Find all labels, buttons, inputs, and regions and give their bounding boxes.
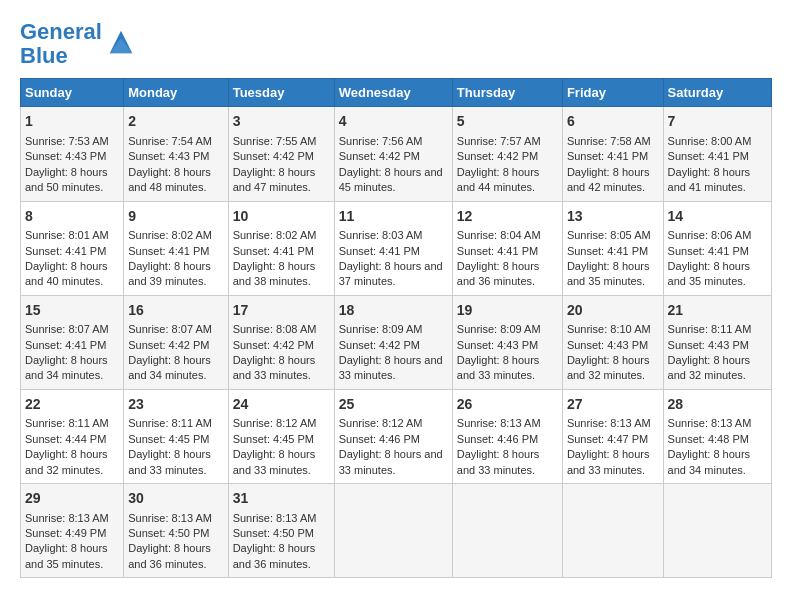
calendar-cell: 22 Sunrise: 8:11 AM Sunset: 4:44 PM Dayl… — [21, 389, 124, 483]
daylight-label: Daylight: 8 hours and 35 minutes. — [567, 260, 650, 287]
day-number: 5 — [457, 112, 558, 132]
day-number: 30 — [128, 489, 223, 509]
sunrise-label: Sunrise: 8:06 AM — [668, 229, 752, 241]
day-number: 12 — [457, 207, 558, 227]
page-header: GeneralBlue — [20, 20, 772, 68]
sunset-label: Sunset: 4:43 PM — [25, 150, 106, 162]
logo-text: GeneralBlue — [20, 20, 102, 68]
sunrise-label: Sunrise: 8:13 AM — [567, 417, 651, 429]
sunrise-label: Sunrise: 8:13 AM — [128, 512, 212, 524]
sunset-label: Sunset: 4:41 PM — [25, 339, 106, 351]
sunset-label: Sunset: 4:50 PM — [128, 527, 209, 539]
sunrise-label: Sunrise: 8:12 AM — [233, 417, 317, 429]
calendar-cell: 31 Sunrise: 8:13 AM Sunset: 4:50 PM Dayl… — [228, 484, 334, 578]
day-number: 20 — [567, 301, 659, 321]
daylight-label: Daylight: 8 hours and 33 minutes. — [233, 354, 316, 381]
calendar-week-row: 22 Sunrise: 8:11 AM Sunset: 4:44 PM Dayl… — [21, 389, 772, 483]
calendar-cell: 27 Sunrise: 8:13 AM Sunset: 4:47 PM Dayl… — [562, 389, 663, 483]
daylight-label: Daylight: 8 hours and 32 minutes. — [567, 354, 650, 381]
calendar-cell: 4 Sunrise: 7:56 AM Sunset: 4:42 PM Dayli… — [334, 107, 452, 201]
sunrise-label: Sunrise: 7:53 AM — [25, 135, 109, 147]
sunset-label: Sunset: 4:42 PM — [457, 150, 538, 162]
sunrise-label: Sunrise: 8:10 AM — [567, 323, 651, 335]
sunset-label: Sunset: 4:43 PM — [567, 339, 648, 351]
calendar-cell: 29 Sunrise: 8:13 AM Sunset: 4:49 PM Dayl… — [21, 484, 124, 578]
sunrise-label: Sunrise: 8:13 AM — [233, 512, 317, 524]
day-number: 6 — [567, 112, 659, 132]
day-number: 1 — [25, 112, 119, 132]
calendar-cell: 30 Sunrise: 8:13 AM Sunset: 4:50 PM Dayl… — [124, 484, 228, 578]
sunset-label: Sunset: 4:41 PM — [567, 150, 648, 162]
daylight-label: Daylight: 8 hours and 33 minutes. — [339, 354, 443, 381]
sunrise-label: Sunrise: 8:01 AM — [25, 229, 109, 241]
daylight-label: Daylight: 8 hours and 42 minutes. — [567, 166, 650, 193]
sunset-label: Sunset: 4:47 PM — [567, 433, 648, 445]
calendar-cell: 21 Sunrise: 8:11 AM Sunset: 4:43 PM Dayl… — [663, 295, 771, 389]
calendar-cell: 7 Sunrise: 8:00 AM Sunset: 4:41 PM Dayli… — [663, 107, 771, 201]
sunrise-label: Sunrise: 8:11 AM — [25, 417, 109, 429]
day-number: 11 — [339, 207, 448, 227]
sunset-label: Sunset: 4:42 PM — [128, 339, 209, 351]
calendar-cell: 24 Sunrise: 8:12 AM Sunset: 4:45 PM Dayl… — [228, 389, 334, 483]
sunrise-label: Sunrise: 8:12 AM — [339, 417, 423, 429]
calendar-cell — [562, 484, 663, 578]
sunrise-label: Sunrise: 8:08 AM — [233, 323, 317, 335]
daylight-label: Daylight: 8 hours and 50 minutes. — [25, 166, 108, 193]
weekday-header: Wednesday — [334, 79, 452, 107]
sunset-label: Sunset: 4:42 PM — [339, 150, 420, 162]
logo: GeneralBlue — [20, 20, 136, 68]
sunrise-label: Sunrise: 7:57 AM — [457, 135, 541, 147]
day-number: 21 — [668, 301, 767, 321]
sunset-label: Sunset: 4:41 PM — [668, 150, 749, 162]
sunrise-label: Sunrise: 8:04 AM — [457, 229, 541, 241]
day-number: 31 — [233, 489, 330, 509]
day-number: 22 — [25, 395, 119, 415]
calendar-cell: 23 Sunrise: 8:11 AM Sunset: 4:45 PM Dayl… — [124, 389, 228, 483]
calendar-cell: 1 Sunrise: 7:53 AM Sunset: 4:43 PM Dayli… — [21, 107, 124, 201]
sunrise-label: Sunrise: 8:00 AM — [668, 135, 752, 147]
calendar-cell: 2 Sunrise: 7:54 AM Sunset: 4:43 PM Dayli… — [124, 107, 228, 201]
calendar-cell: 3 Sunrise: 7:55 AM Sunset: 4:42 PM Dayli… — [228, 107, 334, 201]
daylight-label: Daylight: 8 hours and 33 minutes. — [339, 448, 443, 475]
daylight-label: Daylight: 8 hours and 32 minutes. — [668, 354, 751, 381]
calendar-week-row: 8 Sunrise: 8:01 AM Sunset: 4:41 PM Dayli… — [21, 201, 772, 295]
day-number: 26 — [457, 395, 558, 415]
sunset-label: Sunset: 4:48 PM — [668, 433, 749, 445]
calendar-week-row: 29 Sunrise: 8:13 AM Sunset: 4:49 PM Dayl… — [21, 484, 772, 578]
daylight-label: Daylight: 8 hours and 45 minutes. — [339, 166, 443, 193]
sunrise-label: Sunrise: 8:07 AM — [25, 323, 109, 335]
day-number: 18 — [339, 301, 448, 321]
sunrise-label: Sunrise: 8:05 AM — [567, 229, 651, 241]
day-number: 7 — [668, 112, 767, 132]
day-number: 8 — [25, 207, 119, 227]
calendar-cell: 8 Sunrise: 8:01 AM Sunset: 4:41 PM Dayli… — [21, 201, 124, 295]
calendar-cell — [334, 484, 452, 578]
calendar-cell: 14 Sunrise: 8:06 AM Sunset: 4:41 PM Dayl… — [663, 201, 771, 295]
day-number: 27 — [567, 395, 659, 415]
sunset-label: Sunset: 4:46 PM — [457, 433, 538, 445]
sunset-label: Sunset: 4:41 PM — [233, 245, 314, 257]
sunrise-label: Sunrise: 8:09 AM — [457, 323, 541, 335]
day-number: 24 — [233, 395, 330, 415]
sunset-label: Sunset: 4:42 PM — [233, 150, 314, 162]
sunset-label: Sunset: 4:43 PM — [128, 150, 209, 162]
sunset-label: Sunset: 4:41 PM — [567, 245, 648, 257]
calendar-cell — [452, 484, 562, 578]
sunrise-label: Sunrise: 7:56 AM — [339, 135, 423, 147]
weekday-header: Sunday — [21, 79, 124, 107]
sunrise-label: Sunrise: 8:11 AM — [668, 323, 752, 335]
sunrise-label: Sunrise: 8:09 AM — [339, 323, 423, 335]
weekday-header: Saturday — [663, 79, 771, 107]
sunrise-label: Sunrise: 8:13 AM — [668, 417, 752, 429]
daylight-label: Daylight: 8 hours and 48 minutes. — [128, 166, 211, 193]
daylight-label: Daylight: 8 hours and 34 minutes. — [668, 448, 751, 475]
day-number: 19 — [457, 301, 558, 321]
sunset-label: Sunset: 4:45 PM — [128, 433, 209, 445]
logo-icon — [106, 27, 136, 57]
day-number: 9 — [128, 207, 223, 227]
sunset-label: Sunset: 4:41 PM — [128, 245, 209, 257]
weekday-header: Tuesday — [228, 79, 334, 107]
svg-marker-1 — [110, 38, 133, 53]
calendar-week-row: 1 Sunrise: 7:53 AM Sunset: 4:43 PM Dayli… — [21, 107, 772, 201]
daylight-label: Daylight: 8 hours and 32 minutes. — [25, 448, 108, 475]
